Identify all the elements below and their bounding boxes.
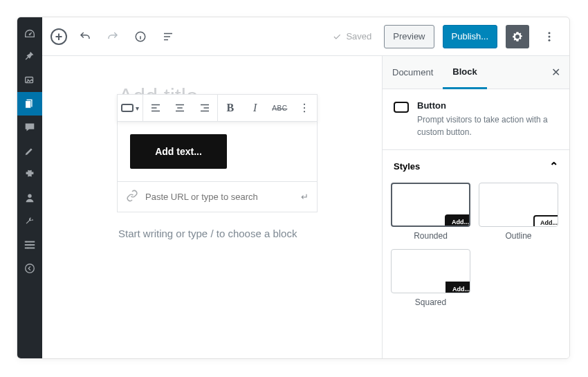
block-type-button[interactable]: ▾ (118, 94, 143, 122)
chevron-up-icon: ⌃ (549, 160, 558, 173)
styles-section-label: Styles (394, 161, 420, 172)
sidebar-tools-icon[interactable] (17, 210, 42, 233)
bold-button[interactable]: B (218, 94, 243, 122)
main-panel: + Saved Preview Publish... Add (42, 17, 569, 358)
svg-point-5 (28, 194, 31, 198)
svg-point-16 (304, 111, 305, 112)
align-left-button[interactable] (143, 94, 168, 122)
svg-rect-4 (26, 101, 31, 109)
svg-point-14 (304, 104, 305, 105)
italic-button[interactable]: I (243, 94, 268, 122)
svg-point-13 (549, 39, 551, 41)
button-block-icon (394, 102, 409, 113)
button-text-input[interactable]: Add text... (155, 146, 202, 157)
svg-point-11 (549, 32, 551, 34)
style-label: Rounded (391, 227, 470, 241)
sidebar-comments-icon[interactable] (17, 116, 42, 139)
outline-button[interactable] (158, 27, 178, 46)
link-icon (126, 190, 138, 204)
inspector-block-title: Button (417, 100, 558, 111)
style-label: Squared (391, 293, 470, 307)
topbar: + Saved Preview Publish... (42, 17, 569, 56)
block-more-button[interactable] (292, 94, 317, 122)
svg-point-12 (549, 35, 551, 37)
paragraph-placeholder[interactable]: Start writing or type / to choose a bloc… (118, 225, 298, 243)
tab-document[interactable]: Document (383, 56, 443, 89)
align-center-button[interactable] (168, 94, 193, 122)
sidebar-plugins-icon[interactable] (17, 163, 42, 186)
svg-point-9 (26, 264, 35, 273)
add-block-button[interactable]: + (50, 28, 67, 45)
button-block[interactable]: Add text... (117, 122, 318, 182)
inspector-tabs: Document Block ✕ (383, 56, 569, 89)
info-button[interactable] (131, 27, 150, 46)
settings-gear-button[interactable] (506, 25, 529, 48)
style-label: Outline (479, 227, 558, 241)
svg-point-8 (27, 247, 29, 249)
editor-canvas: Add title ▾ B I ABC (42, 56, 382, 358)
strikethrough-button[interactable]: ABC (268, 94, 293, 122)
save-status: Saved (332, 31, 371, 42)
url-input[interactable] (145, 192, 294, 202)
sidebar-pages-icon[interactable] (17, 92, 42, 116)
tab-block[interactable]: Block (443, 56, 486, 89)
style-squared[interactable]: Add... Squared (391, 249, 470, 307)
sidebar-media-icon[interactable] (17, 68, 42, 92)
sidebar-dashboard-icon[interactable] (17, 21, 42, 45)
svg-point-15 (304, 107, 305, 109)
inspector-panel: Document Block ✕ Button Prompt visitors … (382, 56, 569, 358)
redo-button[interactable] (103, 27, 122, 46)
sidebar-settings-icon[interactable] (17, 233, 42, 257)
submit-url-icon[interactable]: ↵ (301, 192, 309, 202)
sidebar-collapse-icon[interactable] (17, 257, 42, 280)
close-inspector-button[interactable]: ✕ (542, 66, 569, 79)
block-toolbar: ▾ B I ABC (117, 94, 318, 122)
style-outline[interactable]: Add... Outline (479, 183, 558, 241)
sidebar-appearance-icon[interactable] (17, 139, 42, 163)
svg-point-6 (26, 241, 28, 243)
publish-button[interactable]: Publish... (443, 25, 497, 48)
saved-label: Saved (346, 31, 371, 42)
svg-point-7 (30, 244, 32, 246)
style-rounded[interactable]: Add... Rounded (391, 183, 470, 241)
styles-section-toggle[interactable]: Styles ⌃ (383, 150, 569, 183)
admin-sidebar (17, 17, 42, 358)
sidebar-pin-icon[interactable] (17, 45, 42, 68)
undo-button[interactable] (75, 27, 95, 46)
inspector-block-description: Prompt visitors to take action with a cu… (417, 113, 558, 138)
styles-grid: Add... Rounded Add... Outline Add... Squ… (383, 183, 569, 318)
url-input-row: ↵ (117, 182, 318, 212)
inspector-block-header: Button Prompt visitors to take action wi… (383, 89, 569, 150)
preview-button[interactable]: Preview (384, 25, 434, 48)
sidebar-users-icon[interactable] (17, 186, 42, 210)
align-right-button[interactable] (192, 94, 217, 122)
more-menu-button[interactable] (538, 25, 561, 48)
